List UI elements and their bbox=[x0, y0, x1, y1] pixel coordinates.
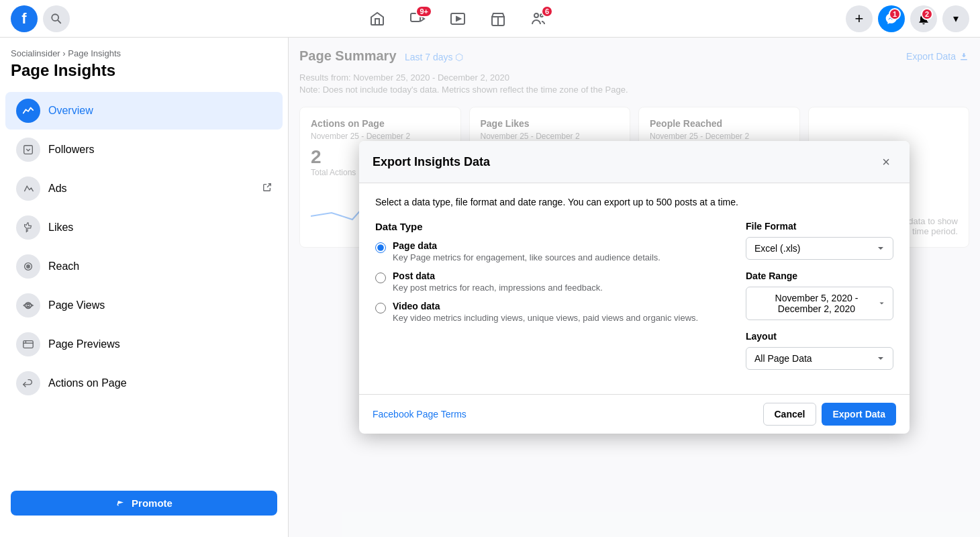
sidebar-item-likes[interactable]: Likes bbox=[5, 209, 283, 246]
main-layout: Socialinsider › Page Insights Page Insig… bbox=[0, 0, 980, 537]
layout-select[interactable]: All Page Data bbox=[746, 347, 893, 370]
svg-point-10 bbox=[25, 263, 32, 271]
export-data-button[interactable]: Export Data bbox=[822, 403, 896, 426]
page-views-icon-circle bbox=[16, 293, 40, 318]
sidebar-header: Socialinsider › Page Insights Page Insig… bbox=[0, 48, 288, 91]
sidebar-item-label-page-views: Page Views bbox=[48, 299, 105, 311]
messenger-button-wrap: 1 bbox=[878, 5, 905, 32]
breadcrumb: Socialinsider › Page Insights bbox=[11, 48, 277, 58]
radio-video-data-desc: Key video metrics including views, uniqu… bbox=[393, 313, 698, 323]
sidebar-item-label-page-previews: Page Previews bbox=[48, 338, 120, 350]
sidebar-item-reach[interactable]: Reach bbox=[5, 248, 283, 285]
radio-post-data-label: Post data bbox=[393, 271, 603, 281]
nav-marketplace-button[interactable] bbox=[479, 3, 517, 35]
bell-badge: 2 bbox=[921, 8, 933, 20]
sidebar: Socialinsider › Page Insights Page Insig… bbox=[0, 38, 289, 537]
modal-header: Export Insights Data × bbox=[359, 141, 910, 183]
topnav-right: + 1 2 ▾ bbox=[846, 5, 969, 32]
svg-line-9 bbox=[267, 184, 271, 187]
external-link-icon bbox=[262, 183, 272, 195]
data-type-radio-group: Page data Key Page metrics for engagemen… bbox=[375, 240, 724, 323]
add-button[interactable]: + bbox=[846, 5, 873, 32]
date-range-value: November 5, 2020 - December 2, 2020 bbox=[754, 293, 879, 314]
file-format-select[interactable]: Excel (.xls) bbox=[746, 237, 893, 260]
radio-post-data[interactable]: Post data Key post metrics for reach, im… bbox=[375, 271, 724, 293]
radio-page-data[interactable]: Page data Key Page metrics for engagemen… bbox=[375, 240, 724, 262]
modal-right-column: File Format Excel (.xls) Date Range Nove… bbox=[746, 221, 893, 381]
add-button-wrap: + bbox=[846, 5, 873, 32]
svg-point-12 bbox=[28, 266, 29, 267]
footer-buttons: Cancel Export Data bbox=[763, 403, 897, 426]
sidebar-item-label-followers: Followers bbox=[48, 144, 94, 156]
svg-line-1 bbox=[58, 20, 60, 23]
radio-video-data-label: Video data bbox=[393, 301, 698, 311]
main-content: Page Summary Last 7 days ⬡ Export Data R… bbox=[289, 38, 980, 537]
cancel-button[interactable]: Cancel bbox=[763, 403, 817, 426]
modal-title: Export Insights Data bbox=[373, 155, 490, 169]
file-format-label: File Format bbox=[746, 221, 893, 232]
modal-close-button[interactable]: × bbox=[876, 152, 896, 172]
svg-point-6 bbox=[534, 13, 538, 17]
topnav-left: f bbox=[11, 5, 70, 32]
svg-rect-8 bbox=[24, 146, 33, 154]
modal-description: Select a data type, file format and date… bbox=[375, 197, 893, 207]
svg-marker-4 bbox=[456, 17, 460, 21]
sidebar-item-followers[interactable]: Followers bbox=[5, 131, 283, 168]
sidebar-item-ads[interactable]: Ads bbox=[5, 170, 283, 207]
radio-page-data-desc: Key Page metrics for engagement, like so… bbox=[393, 252, 660, 262]
bell-button-wrap: 2 bbox=[910, 5, 937, 32]
modal-body: Select a data type, file format and date… bbox=[359, 183, 910, 394]
layout-value: All Page Data bbox=[754, 353, 812, 364]
actions-icon-circle bbox=[16, 371, 40, 395]
sidebar-item-label-ads: Ads bbox=[48, 183, 67, 195]
reach-icon-circle bbox=[16, 254, 40, 279]
sidebar-item-overview[interactable]: Overview bbox=[5, 92, 283, 130]
topnav-center: 9+ 6 bbox=[358, 3, 557, 35]
svg-point-11 bbox=[27, 265, 30, 268]
radio-page-data-input[interactable] bbox=[375, 242, 386, 253]
radio-page-data-label: Page data bbox=[393, 240, 660, 251]
svg-rect-15 bbox=[23, 341, 33, 348]
nav-notifications-button[interactable]: 9+ bbox=[399, 3, 436, 35]
sidebar-item-label-likes: Likes bbox=[48, 222, 73, 234]
sidebar-item-actions-on-page[interactable]: Actions on Page bbox=[5, 364, 283, 402]
top-navigation: f 9+ 6 + bbox=[0, 0, 980, 38]
ads-icon-circle bbox=[16, 177, 40, 201]
search-button[interactable] bbox=[43, 5, 70, 32]
page-title: Page Insights bbox=[11, 61, 277, 80]
messenger-badge: 1 bbox=[889, 8, 901, 20]
file-format-value: Excel (.xls) bbox=[754, 243, 800, 254]
nav-groups-button[interactable]: 6 bbox=[520, 3, 557, 35]
promote-label: Promote bbox=[132, 497, 173, 509]
nav-home-button[interactable] bbox=[358, 3, 396, 35]
breadcrumb-parent[interactable]: Socialinsider bbox=[11, 48, 60, 58]
radio-post-data-desc: Key post metrics for reach, impressions … bbox=[393, 283, 603, 293]
radio-post-data-input[interactable] bbox=[375, 273, 386, 283]
modal-footer: Facebook Page Terms Cancel Export Data bbox=[359, 394, 910, 434]
radio-video-data-input[interactable] bbox=[375, 303, 386, 313]
modal-columns: Data Type Page data Key Page metrics for… bbox=[375, 221, 893, 381]
sidebar-item-label-actions-on-page: Actions on Page bbox=[48, 377, 127, 389]
promote-button[interactable]: Promote bbox=[11, 491, 277, 516]
layout-label: Layout bbox=[746, 331, 893, 342]
svg-point-14 bbox=[27, 304, 30, 307]
likes-icon-circle bbox=[16, 215, 40, 240]
facebook-logo[interactable]: f bbox=[11, 5, 38, 32]
date-range-label: Date Range bbox=[746, 271, 893, 281]
terms-link[interactable]: Facebook Page Terms bbox=[373, 409, 467, 420]
breadcrumb-child[interactable]: Page Insights bbox=[68, 48, 121, 58]
data-type-label: Data Type bbox=[375, 221, 724, 232]
sidebar-item-label-reach: Reach bbox=[48, 260, 79, 273]
sidebar-item-label-overview: Overview bbox=[48, 105, 93, 117]
radio-video-data[interactable]: Video data Key video metrics including v… bbox=[375, 301, 724, 323]
date-range-select[interactable]: November 5, 2020 - December 2, 2020 bbox=[746, 287, 893, 320]
sidebar-item-page-views[interactable]: Page Views bbox=[5, 287, 283, 324]
export-modal: Export Insights Data × Select a data typ… bbox=[359, 141, 910, 434]
menu-button[interactable]: ▾ bbox=[942, 5, 969, 32]
sidebar-item-page-previews[interactable]: Page Previews bbox=[5, 326, 283, 363]
notifications-badge: 9+ bbox=[415, 5, 432, 17]
page-previews-icon-circle bbox=[16, 332, 40, 356]
nav-watch-button[interactable] bbox=[439, 3, 477, 35]
modal-left-column: Data Type Page data Key Page metrics for… bbox=[375, 221, 724, 381]
followers-icon-circle bbox=[16, 138, 40, 162]
